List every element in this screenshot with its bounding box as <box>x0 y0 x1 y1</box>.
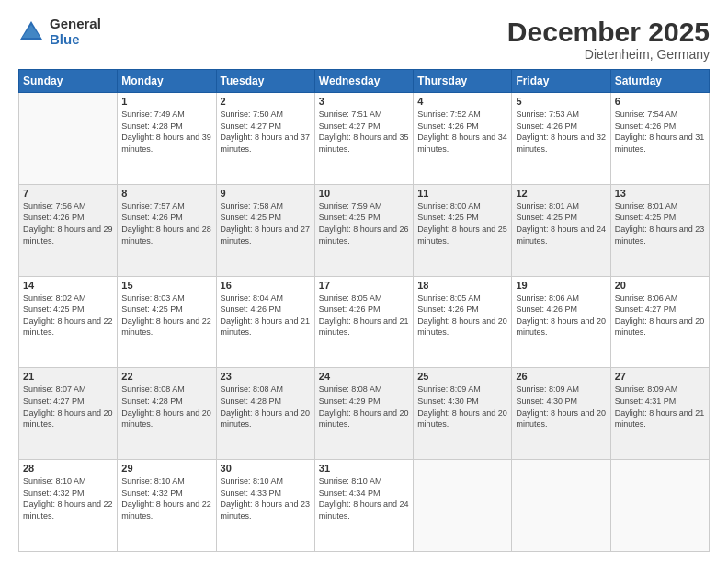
day-info: Sunrise: 7:59 AMSunset: 4:25 PMDaylight:… <box>319 201 409 247</box>
day-info: Sunrise: 7:58 AMSunset: 4:25 PMDaylight:… <box>221 201 311 247</box>
page: General Blue December 2025 Dietenheim, G… <box>0 0 728 563</box>
day-info: Sunrise: 7:56 AMSunset: 4:26 PMDaylight:… <box>23 201 113 247</box>
table-row: 16Sunrise: 8:04 AMSunset: 4:26 PMDayligh… <box>216 276 314 368</box>
day-info: Sunrise: 8:00 AMSunset: 4:25 PMDaylight:… <box>417 201 507 247</box>
day-number: 4 <box>417 96 507 107</box>
calendar-week-3: 14Sunrise: 8:02 AMSunset: 4:25 PMDayligh… <box>19 276 710 368</box>
day-info: Sunrise: 8:02 AMSunset: 4:25 PMDaylight:… <box>23 293 113 339</box>
day-info: Sunrise: 8:05 AMSunset: 4:26 PMDaylight:… <box>319 293 409 339</box>
table-row: 24Sunrise: 8:08 AMSunset: 4:29 PMDayligh… <box>314 368 413 460</box>
table-row: 7Sunrise: 7:56 AMSunset: 4:26 PMDaylight… <box>19 184 118 276</box>
day-number: 17 <box>319 280 409 291</box>
table-row: 15Sunrise: 8:03 AMSunset: 4:25 PMDayligh… <box>118 276 216 368</box>
day-info: Sunrise: 8:08 AMSunset: 4:28 PMDaylight:… <box>221 384 311 430</box>
table-row: 30Sunrise: 8:10 AMSunset: 4:33 PMDayligh… <box>216 460 314 552</box>
calendar-header-row: Sunday Monday Tuesday Wednesday Thursday… <box>19 70 710 93</box>
table-row <box>610 460 709 552</box>
logo-general-text: General <box>50 17 101 32</box>
day-number: 10 <box>319 188 409 199</box>
day-info: Sunrise: 8:10 AMSunset: 4:33 PMDaylight:… <box>221 476 311 522</box>
day-number: 6 <box>615 96 705 107</box>
day-info: Sunrise: 8:09 AMSunset: 4:31 PMDaylight:… <box>615 384 705 430</box>
day-info: Sunrise: 8:09 AMSunset: 4:30 PMDaylight:… <box>417 384 507 430</box>
main-title: December 2025 <box>507 17 710 47</box>
calendar-week-4: 21Sunrise: 8:07 AMSunset: 4:27 PMDayligh… <box>19 368 710 460</box>
calendar-week-2: 7Sunrise: 7:56 AMSunset: 4:26 PMDaylight… <box>19 184 710 276</box>
day-info: Sunrise: 8:04 AMSunset: 4:26 PMDaylight:… <box>221 293 311 339</box>
day-number: 8 <box>121 188 211 199</box>
table-row <box>19 93 118 185</box>
day-number: 27 <box>615 371 705 382</box>
table-row: 28Sunrise: 8:10 AMSunset: 4:32 PMDayligh… <box>19 460 118 552</box>
day-number: 28 <box>23 463 113 474</box>
table-row: 5Sunrise: 7:53 AMSunset: 4:26 PMDaylight… <box>512 93 610 185</box>
day-info: Sunrise: 7:49 AMSunset: 4:28 PMDaylight:… <box>121 109 211 155</box>
table-row: 25Sunrise: 8:09 AMSunset: 4:30 PMDayligh… <box>414 368 512 460</box>
day-info: Sunrise: 7:57 AMSunset: 4:26 PMDaylight:… <box>121 201 211 247</box>
day-number: 3 <box>319 96 409 107</box>
col-wednesday: Wednesday <box>314 70 413 93</box>
title-block: December 2025 Dietenheim, Germany <box>507 17 710 62</box>
day-info: Sunrise: 8:05 AMSunset: 4:26 PMDaylight:… <box>417 293 507 339</box>
table-row: 26Sunrise: 8:09 AMSunset: 4:30 PMDayligh… <box>512 368 610 460</box>
table-row <box>414 460 512 552</box>
day-number: 13 <box>615 188 705 199</box>
day-number: 18 <box>417 280 507 291</box>
day-number: 7 <box>23 188 113 199</box>
day-number: 11 <box>417 188 507 199</box>
subtitle: Dietenheim, Germany <box>507 47 710 62</box>
day-number: 23 <box>221 371 311 382</box>
day-number: 9 <box>221 188 311 199</box>
day-number: 31 <box>319 463 409 474</box>
day-number: 2 <box>221 96 311 107</box>
table-row: 8Sunrise: 7:57 AMSunset: 4:26 PMDaylight… <box>118 184 216 276</box>
day-number: 30 <box>221 463 311 474</box>
day-info: Sunrise: 8:08 AMSunset: 4:28 PMDaylight:… <box>121 384 211 430</box>
table-row: 1Sunrise: 7:49 AMSunset: 4:28 PMDaylight… <box>118 93 216 185</box>
day-info: Sunrise: 8:10 AMSunset: 4:32 PMDaylight:… <box>23 476 113 522</box>
day-info: Sunrise: 7:54 AMSunset: 4:26 PMDaylight:… <box>615 109 705 155</box>
table-row: 27Sunrise: 8:09 AMSunset: 4:31 PMDayligh… <box>610 368 709 460</box>
svg-marker-1 <box>22 25 40 38</box>
table-row: 9Sunrise: 7:58 AMSunset: 4:25 PMDaylight… <box>216 184 314 276</box>
day-number: 16 <box>221 280 311 291</box>
table-row: 19Sunrise: 8:06 AMSunset: 4:26 PMDayligh… <box>512 276 610 368</box>
day-info: Sunrise: 8:01 AMSunset: 4:25 PMDaylight:… <box>516 201 606 247</box>
day-number: 22 <box>121 371 211 382</box>
day-number: 20 <box>615 280 705 291</box>
day-info: Sunrise: 8:10 AMSunset: 4:32 PMDaylight:… <box>121 476 211 522</box>
table-row: 6Sunrise: 7:54 AMSunset: 4:26 PMDaylight… <box>610 93 709 185</box>
day-number: 29 <box>121 463 211 474</box>
day-info: Sunrise: 8:01 AMSunset: 4:25 PMDaylight:… <box>615 201 705 247</box>
day-number: 21 <box>23 371 113 382</box>
day-info: Sunrise: 8:08 AMSunset: 4:29 PMDaylight:… <box>319 384 409 430</box>
table-row: 21Sunrise: 8:07 AMSunset: 4:27 PMDayligh… <box>19 368 118 460</box>
table-row: 17Sunrise: 8:05 AMSunset: 4:26 PMDayligh… <box>314 276 413 368</box>
table-row: 22Sunrise: 8:08 AMSunset: 4:28 PMDayligh… <box>118 368 216 460</box>
day-number: 5 <box>516 96 606 107</box>
table-row: 14Sunrise: 8:02 AMSunset: 4:25 PMDayligh… <box>19 276 118 368</box>
table-row: 29Sunrise: 8:10 AMSunset: 4:32 PMDayligh… <box>118 460 216 552</box>
day-number: 24 <box>319 371 409 382</box>
logo-blue-text: Blue <box>50 32 101 48</box>
day-number: 15 <box>121 280 211 291</box>
table-row: 31Sunrise: 8:10 AMSunset: 4:34 PMDayligh… <box>314 460 413 552</box>
day-info: Sunrise: 7:53 AMSunset: 4:26 PMDaylight:… <box>516 109 606 155</box>
table-row: 3Sunrise: 7:51 AMSunset: 4:27 PMDaylight… <box>314 93 413 185</box>
table-row: 4Sunrise: 7:52 AMSunset: 4:26 PMDaylight… <box>414 93 512 185</box>
day-number: 26 <box>516 371 606 382</box>
table-row: 18Sunrise: 8:05 AMSunset: 4:26 PMDayligh… <box>414 276 512 368</box>
header: General Blue December 2025 Dietenheim, G… <box>18 17 710 62</box>
calendar-week-1: 1Sunrise: 7:49 AMSunset: 4:28 PMDaylight… <box>19 93 710 185</box>
col-thursday: Thursday <box>414 70 512 93</box>
col-tuesday: Tuesday <box>216 70 314 93</box>
table-row: 12Sunrise: 8:01 AMSunset: 4:25 PMDayligh… <box>512 184 610 276</box>
table-row <box>512 460 610 552</box>
col-sunday: Sunday <box>19 70 118 93</box>
day-number: 19 <box>516 280 606 291</box>
day-number: 12 <box>516 188 606 199</box>
day-info: Sunrise: 7:50 AMSunset: 4:27 PMDaylight:… <box>221 109 311 155</box>
day-number: 1 <box>121 96 211 107</box>
col-monday: Monday <box>118 70 216 93</box>
day-info: Sunrise: 7:51 AMSunset: 4:27 PMDaylight:… <box>319 109 409 155</box>
